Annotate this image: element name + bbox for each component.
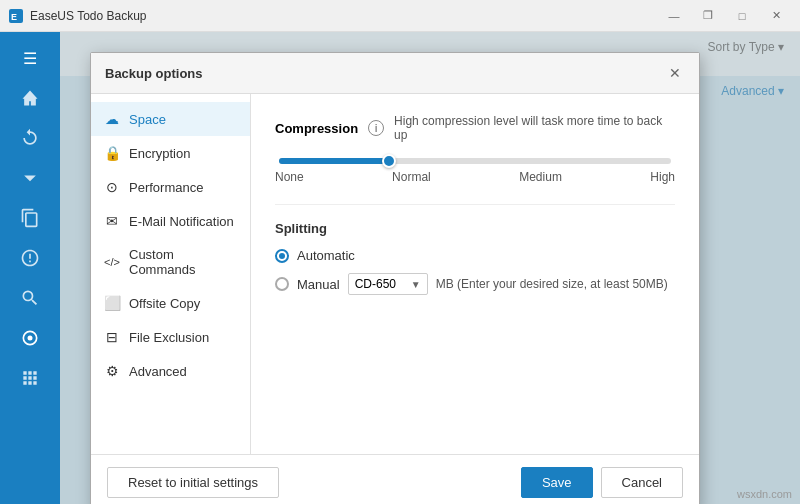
automatic-radio[interactable] <box>275 249 289 263</box>
slider-label-high: High <box>650 170 675 184</box>
watermark: wsxdn.com <box>737 488 792 500</box>
nav-item-exclusion[interactable]: ⊟ File Exclusion <box>91 320 250 354</box>
compression-label: Compression <box>275 121 358 136</box>
sidebar-icon-hamburger[interactable]: ☰ <box>12 40 48 76</box>
dialog-body: ☁ Space 🔒 Encryption ⊙ Performance ✉ <box>91 94 699 454</box>
sidebar-icon-explore[interactable] <box>12 280 48 316</box>
performance-icon: ⊙ <box>103 179 121 195</box>
nav-item-encryption[interactable]: 🔒 Encryption <box>91 136 250 170</box>
slider-label-medium: Medium <box>519 170 562 184</box>
reset-button[interactable]: Reset to initial settings <box>107 467 279 498</box>
app-title: EaseUS Todo Backup <box>30 9 658 23</box>
advanced-icon: ⚙ <box>103 363 121 379</box>
exclusion-icon: ⊟ <box>103 329 121 345</box>
nav-item-email-label: E-Mail Notification <box>129 214 234 229</box>
automatic-label: Automatic <box>297 248 355 263</box>
content-area: Sort by Type ▾ Advanced ▾ Backup options… <box>60 32 800 504</box>
sidebar-icon-news[interactable] <box>12 320 48 356</box>
svg-point-3 <box>28 336 33 341</box>
nav-item-exclusion-label: File Exclusion <box>129 330 209 345</box>
lock-icon: 🔒 <box>103 145 121 161</box>
nav-item-offsite-label: Offsite Copy <box>129 296 200 311</box>
nav-item-commands-label: Custom Commands <box>129 247 238 277</box>
select-arrow-icon: ▼ <box>411 279 421 290</box>
dialog-close-button[interactable]: ✕ <box>665 63 685 83</box>
compression-note: High compression level will task more ti… <box>394 114 675 142</box>
dialog-footer: Reset to initial settings Save Cancel <box>91 454 699 504</box>
slider-label-normal: Normal <box>392 170 431 184</box>
app-body: ☰ Sort by Type ▾ Advanced ▾ <box>0 32 800 504</box>
sidebar-icon-home[interactable] <box>12 80 48 116</box>
nav-item-offsite[interactable]: ⬜ Offsite Copy <box>91 286 250 320</box>
sidebar-icon-tools[interactable] <box>12 240 48 276</box>
slider-label-none: None <box>275 170 304 184</box>
backup-options-dialog: Backup options ✕ ☁ Space 🔒 Encryption <box>90 52 700 504</box>
nav-item-space-label: Space <box>129 112 166 127</box>
splitting-title: Splitting <box>275 204 675 236</box>
manual-hint: MB (Enter your desired size, at least 50… <box>436 277 668 291</box>
sidebar-icon-backup[interactable] <box>12 120 48 156</box>
app-icon: E <box>8 8 24 24</box>
select-value: CD-650 <box>355 277 396 291</box>
nav-item-performance-label: Performance <box>129 180 203 195</box>
manual-radio-row[interactable]: Manual CD-650 ▼ MB (Enter your desired s… <box>275 273 675 295</box>
slider-labels: None Normal Medium High <box>275 170 675 184</box>
slider-thumb[interactable] <box>382 154 396 168</box>
restore-button[interactable]: ❐ <box>692 0 724 32</box>
automatic-radio-row[interactable]: Automatic <box>275 248 675 263</box>
sidebar-icon-restore[interactable] <box>12 160 48 196</box>
minimize-button[interactable]: — <box>658 0 690 32</box>
maximize-button[interactable]: □ <box>726 0 758 32</box>
info-icon[interactable]: i <box>368 120 384 136</box>
nav-item-encryption-label: Encryption <box>129 146 190 161</box>
window-controls: — ❐ □ ✕ <box>658 0 792 32</box>
offsite-icon: ⬜ <box>103 295 121 311</box>
nav-item-advanced-label: Advanced <box>129 364 187 379</box>
save-button[interactable]: Save <box>521 467 593 498</box>
cancel-button[interactable]: Cancel <box>601 467 683 498</box>
sidebar-icon-apps[interactable] <box>12 360 48 396</box>
space-icon: ☁ <box>103 111 121 127</box>
dialog-title: Backup options <box>105 66 203 81</box>
nav-item-space[interactable]: ☁ Space <box>91 102 250 136</box>
slider-fill <box>279 158 389 164</box>
manual-label: Manual <box>297 277 340 292</box>
dialog-titlebar: Backup options ✕ <box>91 53 699 94</box>
slider-track[interactable] <box>279 158 671 164</box>
sidebar-icon-clone[interactable] <box>12 200 48 236</box>
dialog-main-content: Compression i High compression level wil… <box>251 94 699 454</box>
dialog-overlay: Backup options ✕ ☁ Space 🔒 Encryption <box>60 32 800 504</box>
nav-item-email[interactable]: ✉ E-Mail Notification <box>91 204 250 238</box>
dialog-nav: ☁ Space 🔒 Encryption ⊙ Performance ✉ <box>91 94 251 454</box>
close-button[interactable]: ✕ <box>760 0 792 32</box>
compression-row: Compression i High compression level wil… <box>275 114 675 142</box>
compression-slider-container: None Normal Medium High <box>275 158 675 184</box>
manual-size-select[interactable]: CD-650 ▼ <box>348 273 428 295</box>
svg-text:E: E <box>11 12 17 22</box>
nav-item-performance[interactable]: ⊙ Performance <box>91 170 250 204</box>
nav-item-advanced[interactable]: ⚙ Advanced <box>91 354 250 388</box>
footer-right: Save Cancel <box>521 467 683 498</box>
title-bar: E EaseUS Todo Backup — ❐ □ ✕ <box>0 0 800 32</box>
manual-radio[interactable] <box>275 277 289 291</box>
commands-icon: </> <box>103 256 121 268</box>
nav-item-commands[interactable]: </> Custom Commands <box>91 238 250 286</box>
email-icon: ✉ <box>103 213 121 229</box>
sidebar: ☰ <box>0 32 60 504</box>
